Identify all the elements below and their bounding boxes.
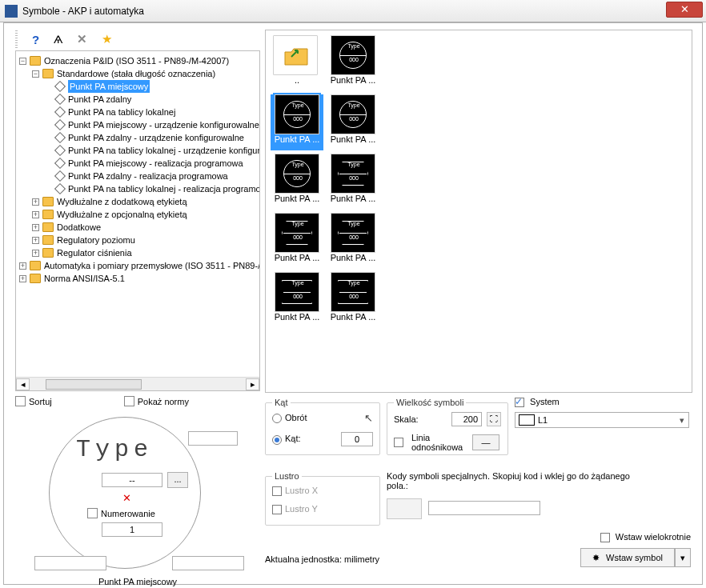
thumb-up-folder[interactable]: .. — [271, 35, 323, 91]
client-area: ? Ѧ ✕ ★ −Oznaczenia P&ID (ISO 3511 - PN8… — [3, 22, 703, 585]
find-icon[interactable]: Ѧ — [54, 34, 62, 46]
symbol-icon — [54, 158, 66, 169]
layer-name: L1 — [538, 415, 548, 425]
symbol-preview: Type000 — [331, 213, 375, 253]
tree-item[interactable]: Punkt PA zdalny - realizacja programowa — [68, 170, 228, 182]
thumb-item[interactable]: Type000 Punkt PA ... — [327, 35, 379, 91]
thumb-label: .. — [272, 75, 322, 85]
expand-icon[interactable]: + — [32, 250, 39, 257]
symbol-tree[interactable]: −Oznaczenia P&ID (ISO 3511 - PN89-/M-420… — [16, 51, 260, 286]
numbering-checkbox[interactable] — [87, 508, 98, 518]
insert-symbol-button[interactable]: ✸ Wstaw symbol — [580, 548, 675, 567]
folder-icon — [42, 197, 54, 206]
tree-folder[interactable]: Regulatory poziomu — [57, 234, 135, 246]
thumb-label: Punkt PA ... — [328, 253, 378, 262]
expand-icon[interactable]: + — [32, 224, 39, 231]
tree-item[interactable]: Punkt PA miejscowy — [68, 80, 150, 93]
expand-icon[interactable]: + — [19, 262, 26, 270]
preview-browse-button[interactable]: ... — [167, 472, 188, 488]
leader-checkbox[interactable] — [394, 438, 403, 447]
tree-folder[interactable]: Wydłużalne z dodatkową etykietą — [57, 195, 187, 208]
thumb-item[interactable]: Type000 Punkt PA ... — [327, 154, 379, 210]
code-input[interactable] — [428, 501, 540, 515]
scale-pick-icon[interactable]: ⛶ — [487, 412, 501, 426]
thumb-item[interactable]: Type000 Punkt PA ... — [327, 213, 379, 269]
thumb-item[interactable]: Type000 Punkt PA ... — [271, 213, 323, 269]
rotation-label: Obrót — [285, 413, 307, 422]
tree-item[interactable]: Punkt PA miejscowy - realizacja programo… — [68, 157, 243, 170]
angle-legend: Kąt — [272, 398, 291, 407]
scroll-left-icon[interactable]: ◂ — [16, 378, 30, 390]
preview-field-a[interactable] — [188, 431, 238, 446]
thumb-item[interactable]: Type000 Punkt PA ... — [327, 94, 379, 150]
symbol-preview: Type000 — [331, 35, 375, 75]
expand-icon[interactable]: + — [32, 237, 39, 244]
rotation-radio[interactable] — [272, 414, 282, 423]
tree-folder[interactable]: Wydłużalne z opcjonalną etykietą — [57, 208, 187, 221]
leader-style-button[interactable]: — — [472, 434, 499, 450]
symbol-preview: Type000 — [275, 272, 319, 312]
preview-field-left[interactable] — [34, 556, 106, 570]
show-norms-checkbox[interactable] — [124, 396, 134, 406]
thumb-item[interactable]: Type000 Punkt PA ... — [271, 272, 323, 328]
scroll-thumb[interactable] — [46, 379, 142, 390]
folder-icon — [42, 222, 54, 232]
thumb-item-selected[interactable]: Type000 Punkt PA ... — [271, 94, 323, 150]
insert-symbol-dropdown[interactable]: ▾ — [675, 548, 691, 567]
help-icon[interactable]: ? — [32, 33, 39, 46]
angle-radio[interactable] — [272, 435, 282, 445]
tree-folder[interactable]: Regulator ciśnienia — [57, 246, 132, 259]
tree-item[interactable]: Punkt PA zdalny — [68, 93, 131, 106]
layer-combo[interactable]: L1 ▾ — [515, 412, 689, 428]
expand-icon[interactable]: + — [19, 275, 26, 282]
collapse-icon[interactable]: − — [32, 70, 39, 78]
symbol-icon — [54, 132, 66, 143]
preview-clear-icon[interactable]: ✕ — [122, 492, 131, 504]
collapse-icon[interactable]: − — [19, 58, 26, 65]
tree-folder-std[interactable]: Standardowe (stała długość oznaczenia) — [57, 67, 215, 80]
folder-icon — [42, 69, 54, 78]
preview-field-right[interactable] — [172, 556, 244, 570]
symbol-icon — [54, 170, 66, 182]
favorite-icon[interactable]: ★ — [102, 32, 112, 46]
tree-item[interactable]: Punkt PA na tablicy lokalnej - urządzeni… — [68, 144, 260, 157]
tree-folder[interactable]: Dodatkowe — [57, 221, 101, 234]
system-checkbox[interactable] — [515, 398, 524, 407]
angle-input[interactable]: 0 — [341, 432, 373, 446]
tree-options: Sortuj Pokaż normy — [15, 396, 260, 406]
tree-item[interactable]: Punkt PA miejscowy - urządzenie konfigur… — [68, 118, 259, 131]
insert-icon: ✸ — [592, 553, 600, 563]
tree-hscrollbar[interactable]: ◂ ▸ — [16, 377, 259, 390]
preview-field-dashes[interactable]: -- — [102, 473, 162, 487]
sort-checkbox[interactable] — [15, 396, 26, 406]
tree-item[interactable]: Punkt PA na tablicy lokalnej — [68, 106, 175, 118]
expand-icon[interactable]: + — [32, 211, 39, 218]
thumb-item[interactable]: Type000 Punkt PA ... — [271, 154, 323, 210]
expand-icon[interactable]: + — [32, 198, 39, 206]
thumb-item[interactable]: Type000 Punkt PA ... — [327, 272, 379, 328]
scale-input[interactable]: 200 — [451, 412, 482, 426]
delete-icon[interactable]: ✕ — [77, 32, 87, 46]
symbol-icon — [54, 183, 66, 194]
mirror-y-checkbox[interactable] — [272, 505, 282, 514]
preview-caption: Punkt PA miejscowy — [15, 577, 260, 586]
mirror-y-label: Lustro Y — [285, 504, 318, 514]
sort-label: Sortuj — [29, 397, 52, 406]
scroll-right-icon[interactable]: ▸ — [246, 378, 259, 390]
tree-folder[interactable]: Automatyka i pomiary przemysłowe (ISO 35… — [44, 259, 260, 272]
symbol-preview: Type000 — [331, 154, 375, 194]
cursor-icon: ↖ — [364, 412, 373, 424]
symbol-preview: Type000 — [275, 154, 319, 194]
mirror-x-checkbox[interactable] — [272, 486, 282, 496]
numbering-value[interactable]: 1 — [102, 522, 162, 537]
layer-swatch — [519, 414, 535, 426]
tree-folder[interactable]: Norma ANSI/ISA-5.1 — [44, 272, 125, 285]
tree-root[interactable]: Oznaczenia P&ID (ISO 3511 - PN89-/M-4200… — [44, 54, 229, 67]
tree-item[interactable]: Punkt PA na tablicy lokalnej - realizacj… — [68, 182, 260, 195]
tree-item[interactable]: Punkt PA zdalny - urządzenie konfigurowa… — [68, 131, 244, 144]
mirror-x-label: Lustro X — [285, 486, 318, 495]
close-button[interactable]: ✕ — [666, 2, 703, 18]
controls-area: Kąt Obrót ↖ Kąt: 0 Lustro Lustro X Lustr… — [265, 398, 694, 578]
folder-icon — [42, 235, 54, 245]
insert-multi-checkbox[interactable] — [600, 533, 610, 542]
